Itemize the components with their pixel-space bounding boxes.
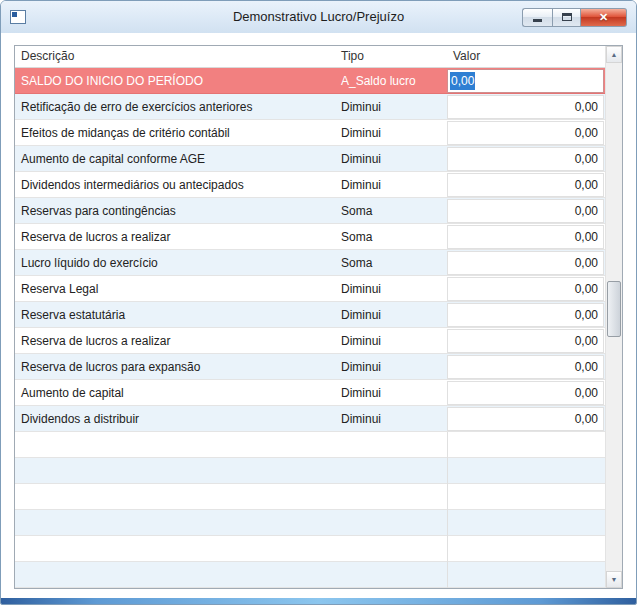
close-icon: ✕ [599, 12, 608, 23]
grid-row[interactable] [15, 432, 605, 458]
grid-row[interactable]: Aumento de capitalDiminui0,00 [15, 380, 605, 406]
cell-valor [447, 510, 605, 536]
grid-row[interactable]: Reservas para contingênciasSoma0,00 [15, 198, 605, 224]
minimize-icon [533, 19, 542, 22]
cell-tipo: Soma [335, 225, 447, 249]
grid-area: Descrição Tipo Valor SALDO DO INICIO DO … [15, 46, 605, 588]
cell-descricao: Reserva de lucros para expansão [15, 355, 335, 379]
window: Demonstrativo Lucro/Prejuízo ✕ Descrição… [0, 0, 637, 605]
minimize-button[interactable] [522, 8, 552, 27]
cell-descricao: Reserva de lucros a realizar [15, 329, 335, 353]
grid-row[interactable]: Dividendos intermediários ou antecipados… [15, 172, 605, 198]
cell-descricao: Reservas para contingências [15, 199, 335, 223]
grid-row[interactable] [15, 510, 605, 536]
cell-descricao: Retificação de erro de exercícios anteri… [15, 95, 335, 119]
cell-tipo: Diminui [335, 381, 447, 405]
cell-valor: 0,00 [447, 147, 604, 171]
cell-tipo: A_Saldo lucro [335, 69, 447, 93]
cell-descricao: Reserva estatutária [15, 303, 335, 327]
window-bottom-border [1, 598, 636, 604]
cell-descricao: Dividendos a distribuir [15, 407, 335, 431]
cell-valor: 0,00 [447, 225, 604, 249]
scroll-down-button[interactable]: ▼ [606, 571, 622, 588]
app-icon [10, 10, 26, 24]
cell-tipo: Diminui [335, 173, 447, 197]
cell-descricao: Aumento de capital conforme AGE [15, 147, 335, 171]
grid-row[interactable] [15, 536, 605, 562]
grid-rows: SALDO DO INICIO DO PERÍODOA_Saldo lucro0… [15, 68, 605, 588]
grid-row[interactable]: Reserva de lucros para expansãoDiminui0,… [15, 354, 605, 380]
cell-tipo: Diminui [335, 355, 447, 379]
grid-row[interactable] [15, 484, 605, 510]
maximize-icon [562, 13, 572, 21]
vertical-scrollbar[interactable]: ▲ ▼ [605, 46, 622, 588]
cell-descricao: SALDO DO INICIO DO PERÍODO [15, 69, 335, 93]
grid-row[interactable]: Reserva estatutáriaDiminui0,00 [15, 302, 605, 328]
cell-valor: 0,00 [447, 121, 604, 145]
cell-valor [447, 432, 605, 458]
grid-row[interactable]: Lucro líquido do exercícioSoma0,00 [15, 250, 605, 276]
column-header-descricao[interactable]: Descrição [15, 46, 335, 67]
cell-tipo: Diminui [335, 121, 447, 145]
scroll-up-button[interactable]: ▲ [606, 46, 622, 63]
cell-tipo: Diminui [335, 407, 447, 431]
cell-valor: 0,00 [447, 303, 604, 327]
grid-header: Descrição Tipo Valor [15, 46, 605, 68]
cell-descricao: Aumento de capital [15, 381, 335, 405]
scrollbar-track[interactable] [606, 63, 622, 571]
cell-tipo: Diminui [335, 95, 447, 119]
grid-row[interactable]: Reserva de lucros a realizarSoma0,00 [15, 224, 605, 250]
cell-descricao: Reserva de lucros a realizar [15, 225, 335, 249]
cell-valor: 0,00 [447, 277, 604, 301]
grid-row[interactable] [15, 562, 605, 588]
cell-valor: 0,00 [447, 199, 604, 223]
cell-valor [447, 536, 605, 562]
column-header-valor[interactable]: Valor [447, 46, 605, 67]
window-controls: ✕ [522, 8, 627, 27]
grid-row[interactable]: Aumento de capital conforme AGEDiminui0,… [15, 146, 605, 172]
cell-tipo: Diminui [335, 303, 447, 327]
cell-tipo: Diminui [335, 329, 447, 353]
cell-descricao: Lucro líquido do exercício [15, 251, 335, 275]
maximize-button[interactable] [552, 8, 581, 27]
grid-row[interactable] [15, 458, 605, 484]
cell-valor: 0,00 [447, 355, 604, 379]
cell-valor [447, 484, 605, 510]
valor-input[interactable]: 0,00 [447, 69, 604, 93]
grid-row[interactable]: Efeitos de midanças de critério contábil… [15, 120, 605, 146]
cell-valor: 0,00 [447, 251, 604, 275]
cell-valor: 0,00 [447, 381, 604, 405]
titlebar[interactable]: Demonstrativo Lucro/Prejuízo ✕ [1, 1, 636, 33]
grid-row[interactable]: Dividendos a distribuirDiminui0,00 [15, 406, 605, 432]
grid-row[interactable]: Reserva de lucros a realizarDiminui0,00 [15, 328, 605, 354]
grid-row[interactable]: Reserva LegalDiminui0,00 [15, 276, 605, 302]
cell-tipo: Soma [335, 199, 447, 223]
grid-panel: Descrição Tipo Valor SALDO DO INICIO DO … [14, 45, 623, 589]
cell-valor: 0,00 [447, 173, 604, 197]
cell-descricao: Dividendos intermediários ou antecipados [15, 173, 335, 197]
cell-valor: 0,00 [447, 95, 604, 119]
cell-valor [447, 458, 605, 484]
cell-valor: 0,00 [447, 407, 604, 431]
cell-tipo: Diminui [335, 277, 447, 301]
cell-descricao: Reserva Legal [15, 277, 335, 301]
grid-row[interactable]: Retificação de erro de exercícios anteri… [15, 94, 605, 120]
column-header-tipo[interactable]: Tipo [335, 46, 447, 67]
cell-tipo: Soma [335, 251, 447, 275]
grid-row-selected[interactable]: SALDO DO INICIO DO PERÍODOA_Saldo lucro0… [15, 68, 605, 94]
selected-text: 0,00 [450, 72, 475, 90]
scrollbar-thumb[interactable] [607, 281, 621, 337]
cell-tipo: Diminui [335, 147, 447, 171]
close-button[interactable]: ✕ [581, 8, 627, 27]
cell-valor [447, 562, 605, 588]
cell-valor: 0,00 [447, 329, 604, 353]
cell-descricao: Efeitos de midanças de critério contábil [15, 121, 335, 145]
